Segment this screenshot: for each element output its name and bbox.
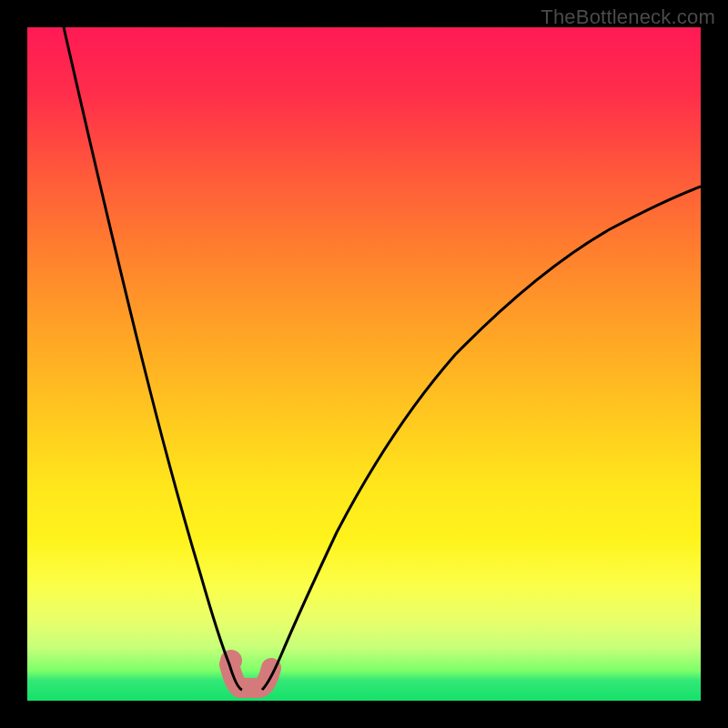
plot-area bbox=[27, 27, 701, 701]
chart-frame: TheBottleneck.com bbox=[0, 0, 728, 728]
watermark-text: TheBottleneck.com bbox=[541, 5, 715, 29]
left-branch-curve bbox=[64, 27, 242, 690]
curve-svg bbox=[27, 27, 701, 701]
right-branch-curve bbox=[262, 187, 701, 690]
